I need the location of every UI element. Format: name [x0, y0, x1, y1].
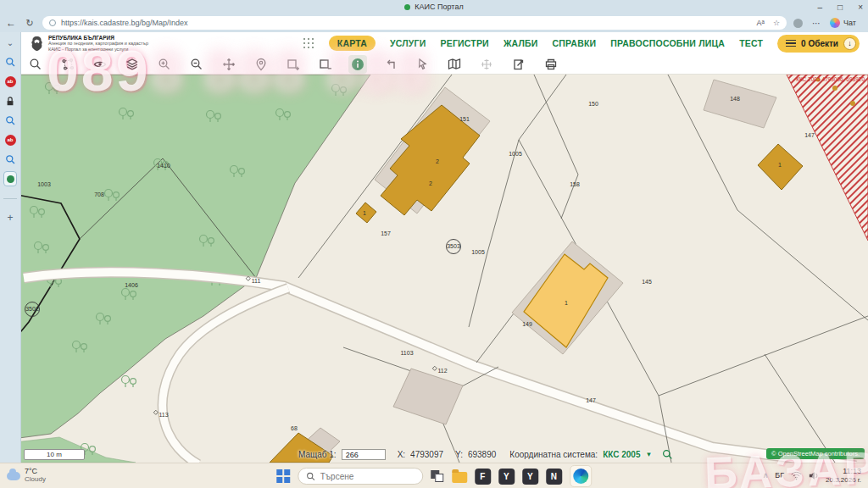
osm-attribution[interactable]: © OpenStreetMap contributors.: [766, 448, 865, 459]
location-tool-icon[interactable]: [252, 55, 270, 74]
x-label: X:: [398, 450, 405, 459]
copilot-icon: [830, 18, 840, 28]
layers-tool-icon[interactable]: [123, 55, 142, 74]
crs-label: Координатна система:: [509, 450, 598, 459]
weather-widget[interactable]: 7°C Cloudy: [7, 468, 46, 484]
pan-tool-icon[interactable]: [220, 55, 238, 74]
track-tool-icon[interactable]: [58, 55, 77, 74]
select-minus-tool-icon[interactable]: [316, 55, 335, 74]
zoom-in-tool-icon[interactable]: [155, 55, 174, 74]
scale-input[interactable]: 266: [342, 449, 386, 460]
browser-menu-button[interactable]: ⋯: [812, 19, 821, 28]
objects-button[interactable]: 0 Обекти↓: [777, 35, 860, 53]
snap-tool-icon[interactable]: [381, 55, 399, 74]
language-indicator[interactable]: БГ: [775, 471, 784, 480]
clock-time: 11:13: [826, 467, 861, 476]
x-value: 4793097: [410, 450, 443, 459]
parcel-label: 151: [459, 116, 470, 122]
parcel-label: 1406: [125, 282, 138, 288]
edge-browser-button[interactable]: [570, 465, 592, 487]
print-tool-icon[interactable]: [542, 55, 560, 74]
url-bar[interactable]: https://kais.cadastre.bg/bg/Map/Index Aᵃ…: [42, 16, 787, 30]
download-arrow-icon[interactable]: ↓: [843, 37, 856, 50]
app-tile-f[interactable]: F: [475, 469, 491, 485]
search-icon[interactable]: [3, 114, 17, 127]
menu-icon: [786, 40, 796, 47]
search-icon[interactable]: [3, 55, 17, 69]
nav-item-правоспособни лица[interactable]: ПРАВОСПОСОБНИ ЛИЦА: [610, 38, 725, 48]
read-aloud-icon[interactable]: Aᵃ: [757, 19, 765, 27]
nav-item-регистри[interactable]: РЕГИСТРИ: [440, 38, 488, 48]
nav-item-карта[interactable]: КАРТА: [329, 36, 376, 51]
site-header: РЕПУБЛИКА БЪЛГАРИЯ Агенция по геодезия, …: [21, 32, 868, 54]
move-tool-icon[interactable]: [477, 55, 496, 74]
org-subtitle-2: КАИС - Портал за електронни услуги: [48, 47, 148, 52]
search-tool-icon[interactable]: [26, 55, 45, 74]
volume-icon[interactable]: [809, 471, 819, 480]
back-button[interactable]: ←: [0, 17, 22, 29]
search-icon[interactable]: [3, 152, 17, 166]
edge-icon: [573, 469, 588, 484]
parcel-label: 1003: [37, 181, 51, 187]
tray-overflow-chevron[interactable]: ∧: [763, 471, 769, 480]
parcel-label: 112: [437, 368, 447, 374]
screen: КАИС Портал – □ × ← ↻ https://kais.cadas…: [0, 0, 868, 488]
select-plus-tool-icon[interactable]: [284, 55, 303, 74]
plus-icon[interactable]: +: [3, 211, 17, 225]
map-sheets-tool-icon[interactable]: [445, 55, 464, 74]
parcel-label: 147: [586, 397, 596, 403]
crs-value[interactable]: ККС 2005: [603, 450, 640, 459]
parcel-label: 3502: [25, 306, 39, 312]
url-text[interactable]: https://kais.cadastre.bg/bg/Map/Index: [61, 19, 757, 27]
app-tile-y[interactable]: Y: [498, 469, 515, 485]
parcel-label: 147: [804, 132, 815, 138]
file-explorer-button[interactable]: [452, 472, 467, 483]
parcel-label: 1005: [471, 249, 485, 255]
app-tile-n[interactable]: N: [546, 469, 562, 485]
taskbar-search-placeholder: Търсене: [320, 472, 354, 481]
copilot-button[interactable]: Чат: [830, 18, 856, 28]
tab-title[interactable]: КАИС Портал: [415, 3, 463, 11]
clock[interactable]: 11:13 20.3.2026 г.: [826, 467, 861, 484]
map-toolbar: [21, 54, 868, 75]
coordinate-search-icon[interactable]: [662, 449, 673, 460]
nav-item-жалби[interactable]: ЖАЛБИ: [504, 38, 538, 48]
nav-item-справки[interactable]: СПРАВКИ: [553, 38, 597, 48]
minimize-button[interactable]: –: [818, 3, 823, 12]
maximize-button[interactable]: □: [837, 3, 843, 12]
active-site-icon[interactable]: [3, 172, 17, 186]
apps-grid-icon[interactable]: [303, 38, 314, 49]
parcel-label: 111: [252, 278, 261, 284]
export-tool-icon[interactable]: [509, 55, 528, 74]
map-canvas[interactable]: 1003141070814063502350315122115710051005…: [0, 75, 868, 463]
scalebar-label: 10 m: [47, 451, 62, 458]
close-button[interactable]: ×: [858, 3, 863, 12]
visibility-tool-icon[interactable]: [91, 55, 109, 74]
parcel-label: 1: [565, 300, 568, 306]
site-info-icon[interactable]: [49, 19, 56, 26]
clock-date: 20.3.2026 г.: [826, 476, 861, 485]
nav-item-услуги[interactable]: УСЛУГИ: [390, 38, 426, 48]
abv-mail-icon[interactable]: ab: [3, 133, 17, 147]
chevron-down-icon[interactable]: ⌄: [3, 36, 17, 49]
parcel-label: 68: [291, 425, 298, 431]
info-tool-icon[interactable]: [348, 55, 367, 74]
active-site-icon[interactable]: [3, 171, 17, 186]
task-view-button[interactable]: [431, 470, 444, 482]
reload-button[interactable]: ↻: [22, 18, 37, 29]
parcel-label: 149: [522, 321, 532, 327]
nav-item-тест[interactable]: ТЕСТ: [739, 38, 763, 48]
pointer-tool-icon[interactable]: [413, 55, 431, 74]
lock-icon[interactable]: [3, 94, 17, 108]
wifi-icon[interactable]: [791, 471, 802, 480]
start-button[interactable]: [276, 469, 290, 483]
map-statusbar: Мащаб 1: 266 X: 4793097 Y: 693890 Коорди…: [298, 448, 673, 461]
parcel-label: 3503: [447, 243, 460, 249]
app-tile-y[interactable]: Y: [522, 469, 538, 485]
taskbar-search[interactable]: Търсене: [298, 468, 423, 485]
favorite-star-icon[interactable]: ☆: [773, 19, 780, 27]
zoom-out-tool-icon[interactable]: [187, 55, 206, 74]
profile-avatar[interactable]: [793, 19, 803, 28]
abv-mail-icon[interactable]: ab: [3, 75, 17, 88]
crs-dropdown-caret-icon[interactable]: ▼: [645, 451, 652, 458]
